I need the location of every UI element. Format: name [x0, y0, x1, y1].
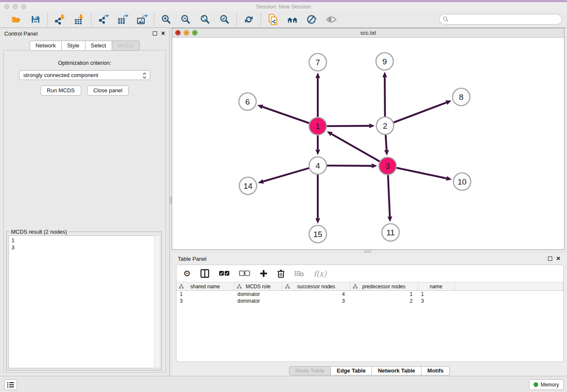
cell-name[interactable]: 1 — [418, 291, 454, 298]
table-row[interactable]: 1dominator411 — [176, 291, 563, 298]
mcds-tab-content: Optimization criterion: strongly connect… — [3, 50, 166, 373]
horizontal-split-divider[interactable] — [172, 250, 567, 253]
cell-successor-nodes[interactable]: 3 — [282, 298, 350, 304]
cell-MCDS-role[interactable]: dominator — [234, 298, 282, 304]
close-panel-icon[interactable]: × — [556, 257, 560, 261]
edge-3-1[interactable] — [332, 134, 380, 162]
zoom-out-icon[interactable] — [180, 14, 192, 25]
tab-select[interactable]: Select — [85, 41, 112, 51]
select-all-icon[interactable] — [219, 268, 230, 279]
node-label-1: 1 — [316, 122, 320, 131]
column-header-successor-nodes[interactable]: successor nodes — [282, 282, 350, 291]
network-minimize-button[interactable]: − — [184, 30, 189, 36]
export-table-icon[interactable] — [117, 14, 129, 25]
table-header-row: shared nameMCDS rolesuccessor nodesprede… — [176, 282, 563, 291]
cell-shared-name[interactable]: 1 — [176, 291, 234, 298]
edge-2-9[interactable] — [385, 77, 385, 116]
node-label-3: 3 — [385, 162, 390, 171]
task-history-button[interactable] — [4, 379, 17, 390]
optimization-criterion-select[interactable]: strongly connected component — [19, 70, 150, 80]
edge-3-11[interactable] — [388, 175, 390, 216]
status-bar: Memory — [0, 376, 567, 392]
edge-arrowhead — [316, 73, 320, 78]
mcds-result-scrollbar[interactable] — [154, 235, 160, 368]
network-window-titlebar[interactable]: ✕ − + scc.txt — [172, 28, 564, 38]
tab-network-table[interactable]: Network Table — [372, 366, 421, 375]
node-table: shared nameMCDS rolesuccessor nodesprede… — [176, 282, 563, 304]
network-graph[interactable]: 7968124314101511 — [172, 38, 564, 249]
main-toolbar — [0, 11, 567, 28]
edge-arrowhead — [446, 100, 451, 105]
open-session-icon[interactable] — [10, 14, 22, 25]
column-header-predecessor-nodes[interactable]: predecessor nodes — [350, 282, 418, 291]
application-window: Session: New Session — [0, 0, 567, 392]
float-panel-icon[interactable] — [548, 257, 552, 261]
close-panel-icon[interactable]: × — [161, 31, 165, 36]
edge-1-6[interactable] — [262, 107, 309, 123]
column-header-name[interactable]: name — [418, 282, 454, 291]
close-panel-button[interactable]: Close panel — [87, 86, 129, 96]
duplicate-network-icon[interactable] — [267, 14, 279, 25]
cell-successor-nodes[interactable]: 4 — [282, 291, 350, 298]
tab-edge-table[interactable]: Edge Table — [331, 366, 372, 375]
cell-predecessor-nodes[interactable]: 1 — [350, 291, 418, 298]
control-panel-title: Control Panel — [4, 30, 38, 37]
control-panel: Control Panel × NetworkStyleSelectMCDS O… — [0, 28, 170, 376]
zoom-selected-icon[interactable] — [219, 14, 231, 25]
apply-layout-icon[interactable] — [243, 14, 255, 25]
network-canvas[interactable]: 7968124314101511 — [172, 38, 564, 249]
edge-4-14[interactable] — [263, 168, 309, 182]
cell-shared-name[interactable]: 3 — [176, 298, 234, 304]
node-label-8: 8 — [459, 93, 464, 102]
edge-2-3[interactable] — [385, 135, 386, 150]
run-mcds-button[interactable]: Run MCDS — [41, 86, 81, 96]
edge-arrowhead — [383, 72, 387, 77]
control-panel-tabs: NetworkStyleSelectMCDS — [0, 41, 169, 51]
divider-grip[interactable] — [364, 250, 371, 253]
show-columns-icon[interactable] — [200, 268, 209, 279]
add-column-icon[interactable] — [259, 268, 268, 279]
float-panel-icon[interactable] — [153, 31, 157, 36]
network-close-button[interactable]: ✕ — [175, 30, 181, 36]
edge-1-2[interactable] — [327, 126, 369, 126]
import-network-icon[interactable] — [54, 14, 66, 25]
tab-network[interactable]: Network — [30, 41, 62, 51]
table-settings-icon[interactable]: ⚙ — [183, 268, 191, 279]
export-network-icon[interactable] — [97, 14, 109, 25]
import-table-icon[interactable] — [73, 14, 85, 25]
zoom-fit-icon[interactable] — [199, 14, 211, 25]
table-row[interactable]: 3dominator323 — [176, 298, 563, 304]
memory-button[interactable]: Memory — [529, 379, 564, 390]
cell-predecessor-nodes[interactable]: 2 — [350, 298, 418, 304]
search-input[interactable] — [439, 14, 562, 25]
export-image-icon[interactable] — [136, 14, 148, 25]
cell-name[interactable]: 3 — [418, 298, 454, 304]
app-titlebar: Session: New Session — [0, 2, 567, 11]
tab-style[interactable]: Style — [62, 41, 85, 51]
tab-node-table[interactable]: Node Table — [289, 366, 331, 375]
edge-2-8[interactable] — [394, 102, 446, 122]
criterion-selected-value: strongly connected component — [23, 72, 98, 78]
column-header-shared-name[interactable]: shared name — [176, 282, 234, 291]
tab-motifs[interactable]: Motifs — [421, 366, 450, 375]
column-header-MCDS-role[interactable]: MCDS role — [234, 282, 282, 291]
function-builder-icon[interactable]: f(x) — [314, 268, 327, 279]
zoom-in-icon[interactable] — [160, 14, 172, 25]
delete-table-icon[interactable] — [294, 268, 304, 279]
mcds-result-list[interactable]: 1 3 — [8, 235, 160, 368]
tab-mcds[interactable]: MCDS — [112, 41, 140, 51]
network-window-title: scc.txt — [172, 30, 564, 36]
first-neighbors-icon[interactable] — [286, 14, 298, 25]
cell-MCDS-role[interactable]: dominator — [234, 291, 282, 298]
column-type-icon — [285, 284, 290, 290]
save-session-icon[interactable] — [30, 14, 41, 25]
hide-selected-icon[interactable] — [306, 14, 318, 25]
edge-arrowhead — [369, 124, 374, 128]
edge-arrowhead — [446, 176, 452, 181]
show-hidden-icon[interactable] — [325, 14, 337, 25]
deselect-all-icon[interactable] — [239, 268, 250, 279]
network-maximize-button[interactable]: + — [192, 30, 198, 36]
delete-column-icon[interactable] — [277, 268, 285, 279]
edge-3-10[interactable] — [396, 168, 446, 178]
edge-4-3[interactable] — [327, 166, 372, 166]
